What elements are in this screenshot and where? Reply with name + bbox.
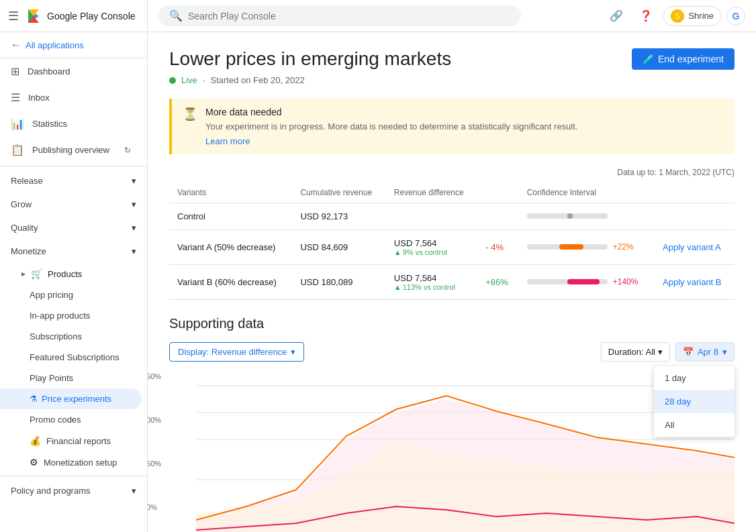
vs-control-pct: 9% vs control [403,248,447,256]
sidebar-item-play-points[interactable]: Play Points [0,368,147,388]
dropdown-item-28day[interactable]: 28 day [654,390,735,413]
user-chip[interactable]: S Shrine [663,6,721,26]
app-pricing-label: App pricing [30,290,73,300]
svg-text:S: S [675,13,680,20]
end-experiment-button[interactable]: 🧪 End experiment [632,48,735,70]
variant-name: Variant B (60% decrease) [169,264,292,299]
sidebar-item-in-app-products[interactable]: In-app products [0,305,147,326]
sidebar-item-financial-reports[interactable]: 💰 Financial reports [0,430,147,451]
col-revenue-diff: Revenue difference [386,182,477,203]
sidebar: ☰ Google Play Console ← All applications… [0,0,148,532]
diff-value: USD 7,564 [394,273,469,283]
content-area: Lower prices in emerging markets 🧪 End e… [148,32,756,532]
link-icon-btn[interactable]: 🔗 [604,4,628,28]
calendar-icon: 📅 [683,347,694,357]
play-points-label: Play Points [30,373,73,383]
sidebar-item-subscriptions[interactable]: Subscriptions [0,326,147,347]
dropdown-item-1day[interactable]: 1 day [654,366,735,390]
duration-dropdown[interactable]: Duration: All ▾ [601,342,670,362]
featured-subs-label: Featured Subscriptions [30,352,120,362]
hourglass-icon: ⏳ [183,107,197,146]
in-app-label: In-app products [30,311,90,321]
chart-container: 250% 200% 150% 50% [169,372,735,533]
date-picker-btn[interactable]: 📅 Apr 8 ▾ [675,342,735,362]
back-label: All applications [26,40,84,50]
sidebar-item-statistics[interactable]: 📊 Statistics [0,111,142,137]
action[interactable]: Apply variant B [655,264,735,299]
col-confidence: Confidence Interval [519,182,655,203]
policy-section[interactable]: Policy and programs ▾ [0,479,147,502]
logo: Google Play Console [24,7,136,25]
conf-pct-a: +22% [613,242,634,252]
sidebar-item-inbox[interactable]: ☰ Inbox [0,85,142,111]
y-label-50: 50% [148,503,161,511]
flask-icon: 🧪 [643,54,654,64]
date-arrow: ▾ [722,347,727,357]
learn-more-link[interactable]: Learn more [205,136,250,146]
play-logo-icon [24,7,43,25]
y-label-200: 200% [148,416,161,424]
info-title: More data needed [205,107,577,117]
topbar-actions: 🔗 ❓ S Shrine G [604,4,745,28]
sidebar-item-app-pricing[interactable]: App pricing [0,284,147,305]
quality-chevron: ▾ [132,223,136,233]
setup-icon: ⚙ [30,457,38,468]
sidebar-item-dashboard[interactable]: ⊞ Dashboard [0,58,142,85]
app-title: Google Play Console [47,11,136,21]
col-variants: Variants [169,182,292,203]
sidebar-item-promo-codes[interactable]: Promo codes [0,409,147,430]
table-row: Control USD 92,173 [169,203,735,229]
action [655,203,735,229]
search-input[interactable] [188,11,510,21]
user-name: Shrine [688,11,714,21]
dropdown-item-all[interactable]: All [654,413,735,437]
quality-section[interactable]: Quality ▾ [0,216,147,240]
cart-icon: 🛒 [31,268,42,279]
action[interactable]: Apply variant A [655,229,735,264]
sidebar-item-monetization-setup[interactable]: ⚙ Monetization setup [0,451,147,473]
monetization-setup-label: Monetization setup [44,458,117,468]
cumulative-revenue: USD 92,173 [292,203,385,229]
chart-controls: Display: Revenue difference ▾ Duration: … [169,342,735,362]
sidebar-item-price-experiments[interactable]: ⚗ Price experiments [0,388,142,409]
supporting-data-title: Supporting data [169,316,735,331]
apply-variant-b-link[interactable]: Apply variant B [663,277,721,287]
end-experiment-label: End experiment [658,54,724,64]
help-icon-btn[interactable]: ❓ [634,4,658,28]
col-pct [477,182,518,203]
vs-control-pct: 113% vs control [403,283,455,291]
grow-section[interactable]: Grow ▾ [0,193,147,216]
sidebar-item-products[interactable]: ▸ 🛒 Products [0,263,147,284]
search-box[interactable]: 🔍 [158,5,521,26]
col-action [655,182,735,203]
sidebar-item-featured-subscriptions[interactable]: Featured Subscriptions [0,347,147,368]
dropdown-arrow-icon: ▾ [291,347,295,357]
grow-label: Grow [11,199,32,209]
info-description: Your experiment is in progress. More dat… [205,120,577,134]
info-content: More data needed Your experiment is in p… [205,107,577,146]
up-arrow: ▲ [394,283,401,291]
revenue-diff: USD 7,564 ▲ 113% vs control [386,264,477,299]
info-banner: ⏳ More data needed Your experiment is in… [169,99,735,154]
duration-controls: Duration: All ▾ 📅 Apr 8 ▾ 1 day 28 day A… [601,342,735,362]
sidebar-item-publishing-overview[interactable]: 📋 Publishing overview ↻ [0,137,142,163]
back-button[interactable]: ← All applications [0,32,147,58]
refresh-icon[interactable]: ↻ [124,146,131,155]
cumulative-revenue: USD 180,089 [292,264,385,299]
release-section[interactable]: Release ▾ [0,169,147,193]
apply-variant-a-link[interactable]: Apply variant A [663,242,721,252]
vs-control: ▲ 9% vs control [394,248,469,256]
display-dropdown-btn[interactable]: Display: Revenue difference ▾ [169,342,304,362]
experiment-table: Variants Cumulative revenue Revenue diff… [169,182,735,300]
products-label: Products [48,269,82,279]
menu-icon[interactable]: ☰ [8,9,19,23]
monetize-section[interactable]: Monetize ▾ [0,240,147,263]
monetize-chevron: ▾ [132,246,136,256]
release-chevron: ▾ [132,176,136,186]
avatar: S [671,9,684,23]
variant-name: Control [169,203,292,229]
google-account-icon[interactable]: G [726,7,745,25]
date-label: Apr 8 [698,347,718,357]
table-row: Variant A (50% decrease) USD 84,609 USD … [169,229,735,264]
confidence-interval [519,203,655,229]
